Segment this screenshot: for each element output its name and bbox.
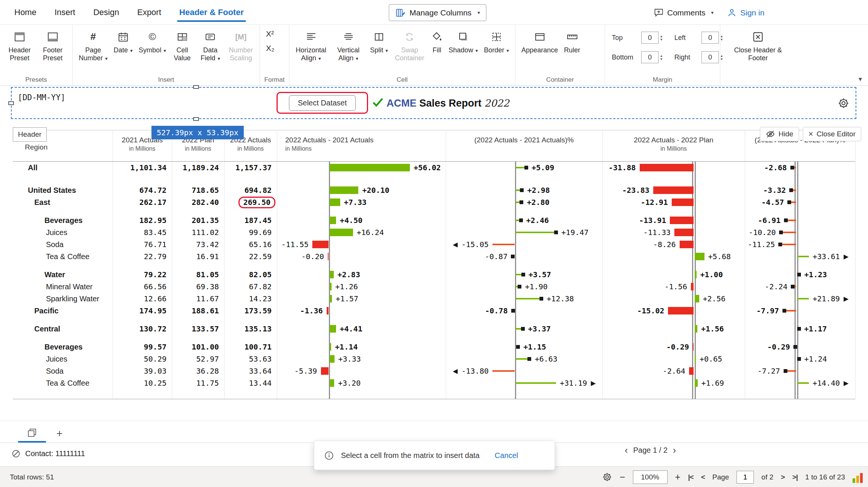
previous-page-icon[interactable]: ‹ [625, 445, 628, 455]
settings-gear-icon[interactable] [602, 472, 612, 482]
value-cell[interactable]: 282.40 [172, 196, 224, 208]
last-page-button[interactable]: >| [792, 473, 798, 481]
chart-cell[interactable]: +3.20 [277, 377, 446, 389]
date-button[interactable]: Date▾ [112, 28, 135, 56]
value-cell[interactable]: 130.72 [113, 323, 172, 335]
value-cell[interactable]: 73.42 [172, 238, 224, 250]
tab-home[interactable]: Home [11, 0, 40, 24]
chart-cell[interactable]: +2.46 [446, 214, 602, 226]
manage-columns-button[interactable]: Manage Columns ▾ [389, 4, 486, 21]
header-section-tab[interactable]: Header [13, 127, 47, 142]
value-cell[interactable]: 269.50 [224, 196, 277, 208]
row-header-cell[interactable]: Pacific [13, 305, 113, 317]
close-editor-button[interactable]: × Close Editor [803, 127, 861, 141]
zoom-out-button[interactable]: − [620, 472, 625, 482]
value-cell[interactable]: 173.59 [224, 305, 277, 317]
value-cell[interactable]: 67.82 [224, 281, 277, 293]
margin-bottom-input[interactable]: 0 [641, 51, 659, 63]
value-cell[interactable]: 14.23 [224, 293, 277, 305]
chart-cell[interactable]: -11.25 [745, 238, 855, 250]
swap-container-button[interactable]: Swap Container [392, 28, 428, 63]
column-header-plan-variance-abs[interactable]: 2022 Actuals - 2022 Planin Millions [602, 130, 745, 161]
chart-cell[interactable]: -5.39 [277, 365, 446, 377]
row-header-cell[interactable]: United States [13, 184, 113, 196]
chart-cell[interactable]: ◀-13.80 [446, 365, 602, 377]
value-cell[interactable]: 174.95 [113, 305, 172, 317]
value-cell[interactable]: 111.02 [172, 226, 224, 238]
close-header-footer-button[interactable]: Close Header & Footer [726, 28, 790, 63]
next-page-button[interactable]: > [781, 473, 785, 481]
value-cell[interactable]: 694.82 [224, 184, 277, 196]
chart-cell[interactable]: +1.56 [602, 323, 745, 335]
resize-handle-top[interactable] [193, 85, 199, 89]
value-cell[interactable]: 182.95 [113, 214, 172, 226]
chart-cell[interactable]: +2.83 [277, 269, 446, 281]
page-number-input[interactable] [737, 471, 754, 484]
comments-button[interactable]: Comments ▾ [654, 4, 714, 21]
zoom-level[interactable]: 100% [633, 470, 668, 484]
row-header-cell[interactable]: Beverages [13, 214, 113, 226]
chart-cell[interactable]: -0.29 [745, 341, 855, 353]
value-cell[interactable]: 82.05 [224, 269, 277, 281]
column-header-variance-pct[interactable]: (2022 Actuals - 2021 Actuals)% [446, 130, 602, 161]
chart-cell[interactable]: -6.91 [745, 214, 855, 226]
chart-cell[interactable]: +20.10 [277, 184, 446, 196]
tab-header-footer[interactable]: Header & Footer [176, 0, 248, 24]
value-cell[interactable]: 81.05 [172, 269, 224, 281]
chart-cell[interactable]: +6.63 [446, 353, 602, 365]
border-button[interactable]: Border▾ [481, 28, 511, 56]
report-title[interactable]: ACME Sales Report 2022 [387, 97, 509, 109]
value-cell[interactable]: 83.45 [113, 226, 172, 238]
value-cell[interactable]: 99.69 [224, 226, 277, 238]
chart-cell[interactable]: +31.19▶ [446, 377, 602, 389]
chart-cell[interactable]: +3.57 [446, 269, 602, 281]
chart-cell[interactable]: -1.56 [602, 281, 745, 293]
collapse-ribbon-icon[interactable]: ▾ [859, 75, 862, 83]
row-header-cell[interactable]: Tea & Coffee [13, 250, 113, 263]
select-dataset-button[interactable]: Select Dataset [289, 95, 355, 111]
toast-cancel-button[interactable]: Canc​el [495, 451, 518, 460]
hide-button[interactable]: Hide [760, 127, 799, 141]
chart-cell[interactable]: +56.02 [277, 162, 446, 174]
value-cell[interactable]: 16.91 [172, 250, 224, 263]
chart-cell[interactable]: +19.47 [446, 226, 602, 238]
chart-cell[interactable]: -0.87 [446, 250, 602, 263]
chart-cell[interactable]: +5.09 [446, 162, 602, 174]
split-button[interactable]: Split▾ [368, 28, 390, 56]
appearance-button[interactable]: Appearance [519, 28, 560, 56]
tab-export[interactable]: Export [133, 0, 165, 24]
value-cell[interactable]: 99.57 [113, 341, 172, 353]
chart-cell[interactable]: -0.78 [446, 305, 602, 317]
previous-page-button[interactable]: < [701, 473, 705, 481]
column-header-variance-abs[interactable]: 2022 Actuals - 2021 Actualsin Millions [277, 130, 446, 161]
chart-cell[interactable]: +2.80 [446, 196, 602, 208]
value-cell[interactable]: 100.71 [224, 341, 277, 353]
chart-cell[interactable]: +2.56 [602, 293, 745, 305]
value-cell[interactable]: 718.65 [172, 184, 224, 196]
value-cell[interactable]: 11.75 [172, 377, 224, 389]
chart-cell[interactable]: +1.90 [446, 281, 602, 293]
chart-cell[interactable]: +1.69 [602, 377, 745, 389]
chart-cell[interactable]: +16.24 [277, 226, 446, 238]
value-cell[interactable]: 674.72 [113, 184, 172, 196]
chart-cell[interactable]: -7.97 [745, 305, 855, 317]
margin-top-input[interactable]: 0 [641, 32, 659, 44]
chart-cell[interactable]: +4.41 [277, 323, 446, 335]
spinner-down-icon[interactable]: ▾ [660, 38, 662, 41]
chart-cell[interactable]: -31.88 [602, 162, 745, 174]
margin-left-input[interactable]: 0 [701, 32, 719, 44]
value-cell[interactable]: 33.64 [224, 365, 277, 377]
row-header-cell[interactable]: Central [13, 323, 113, 335]
resize-handle-left[interactable] [8, 101, 14, 105]
row-header-cell[interactable]: Juices [13, 353, 113, 365]
value-cell[interactable]: 66.56 [113, 281, 172, 293]
chart-cell[interactable]: -12.91 [602, 196, 745, 208]
chart-cell[interactable]: +1.14 [277, 341, 446, 353]
chart-cell[interactable]: +14.40▶ [745, 377, 855, 389]
chart-cell[interactable]: +1.57 [277, 293, 446, 305]
header-preset-button[interactable]: Header Preset [4, 28, 35, 63]
sign-in-button[interactable]: Sign in [727, 4, 764, 21]
chart-cell[interactable]: -10.20 [745, 226, 855, 238]
resize-handle-bottom[interactable] [193, 117, 199, 121]
chart-cell[interactable]: -11.33 [602, 226, 745, 238]
